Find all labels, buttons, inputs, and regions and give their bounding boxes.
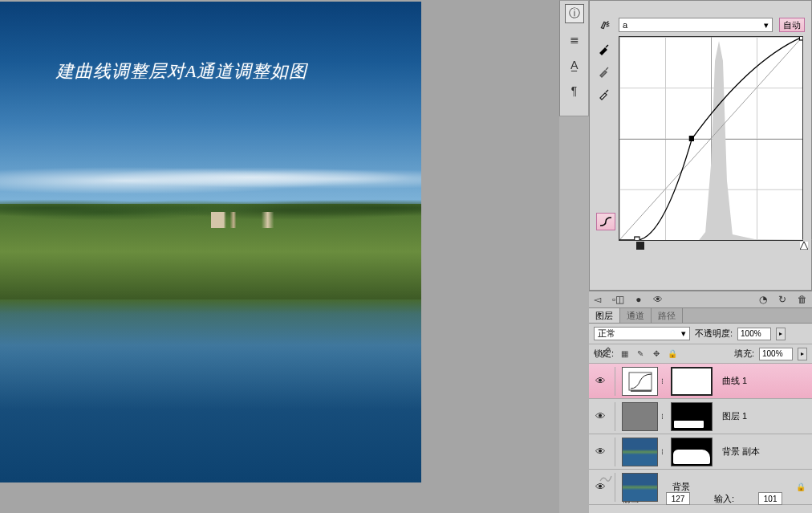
svg-marker-4: [636, 242, 644, 250]
layer-thumb[interactable]: [622, 438, 658, 466]
text-icon[interactable]: A̲: [565, 55, 584, 75]
pilcrow-icon[interactable]: ¶: [565, 81, 584, 100]
eyedropper-gray-icon[interactable]: [596, 63, 612, 79]
svg-line-0: [619, 37, 802, 240]
svg-rect-7: [631, 390, 652, 392]
svg-marker-5: [800, 242, 808, 250]
curve-mode-pencil-icon[interactable]: [596, 341, 615, 359]
info-icon[interactable]: ⓘ: [565, 4, 584, 23]
layer-mask-thumb[interactable]: [671, 402, 713, 431]
finger-tool-icon[interactable]: [596, 17, 612, 33]
document-image[interactable]: 建曲线调整层对A通道调整如图: [0, 2, 421, 482]
slider-white-handle[interactable]: [800, 242, 808, 250]
eyedropper-black-icon[interactable]: [596, 41, 612, 57]
input-input[interactable]: [758, 492, 782, 505]
svg-rect-2: [799, 37, 802, 40]
image-land: [0, 204, 421, 300]
adjustment-thumb[interactable]: [622, 367, 658, 396]
canvas-area: 建曲线调整层对A通道调整如图: [0, 0, 559, 513]
curve-line: [619, 37, 802, 240]
overlay-caption: 建曲线调整层对A通道调整如图: [56, 59, 307, 83]
svg-rect-1: [635, 237, 639, 240]
layer-thumb[interactable]: [622, 402, 658, 431]
curves-panel: a ▾ 自动: [589, 0, 812, 291]
chevron-down-icon: ▾: [764, 20, 769, 31]
image-water: [0, 299, 421, 482]
curve-mode-smooth-icon[interactable]: [596, 213, 615, 230]
curve-graph[interactable]: [619, 36, 803, 241]
curve-smooth-icon[interactable]: [596, 470, 615, 487]
svg-rect-3: [689, 136, 694, 141]
input-label: 输入:: [714, 493, 734, 505]
input-slider[interactable]: [619, 242, 808, 250]
layer-thumb[interactable]: [622, 473, 658, 502]
curves-tools: [596, 36, 619, 487]
type-toolbar: ⓘ ≣ A̲ ¶: [559, 0, 589, 116]
channel-value: a: [623, 20, 627, 30]
channel-select[interactable]: a ▾: [619, 18, 773, 32]
eyedropper-white-icon[interactable]: [596, 86, 612, 102]
image-sky: [0, 2, 421, 204]
layer-mask-thumb[interactable]: [671, 438, 713, 466]
panels-dock: a ▾ 自动: [589, 0, 812, 513]
auto-button[interactable]: 自动: [779, 18, 805, 32]
output-input[interactable]: [666, 492, 690, 505]
layer-mask-thumb[interactable]: [671, 367, 713, 396]
paragraph-icon[interactable]: ≣: [565, 30, 584, 49]
slider-black-handle[interactable]: [636, 242, 644, 250]
